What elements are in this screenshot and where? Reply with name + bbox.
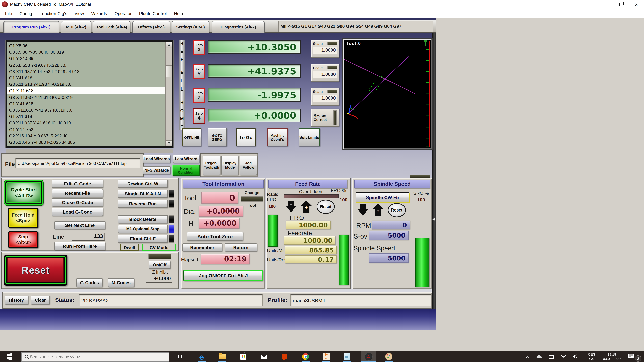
keyboard-language[interactable]: CESCS — [586, 352, 597, 361]
spindle-speed-field[interactable]: 5000 — [369, 253, 408, 263]
a-axis-dro[interactable]: +0.0000 — [208, 109, 300, 122]
reverse-run-button[interactable]: Reverse Run — [118, 200, 168, 208]
normal-condition-button[interactable]: Normal Condition — [172, 165, 200, 176]
run-from-here-button[interactable]: Run From Here — [54, 242, 105, 250]
clear-button[interactable]: Clear — [31, 296, 50, 304]
feed-hold-button[interactable]: Feed Hold<Spc> — [8, 208, 38, 228]
last-wizard-button[interactable]: Last Wizard — [173, 155, 199, 163]
tab-tool-path-alt-4-[interactable]: Tool Path (Alt-4) — [93, 21, 130, 32]
menu-plugin-control[interactable]: PlugIn Control — [135, 9, 170, 18]
restore-button[interactable] — [613, 0, 628, 9]
display-mode-button[interactable]: Display Mode — [221, 156, 238, 175]
gcode-line[interactable]: G1 Y-14.752 — [8, 126, 165, 133]
x-scale-value[interactable]: +1.0000 — [313, 46, 338, 54]
close-gcode-button[interactable]: Close G-Code — [52, 198, 103, 206]
menu-help[interactable]: Help — [170, 9, 187, 18]
zero-x-button[interactable]: ZeroX — [193, 40, 205, 55]
x-axis-dro[interactable]: +10.3050 — [208, 40, 300, 54]
tray-chevron-icon[interactable] — [525, 355, 529, 361]
load-gcode-button[interactable]: Load G-Code — [52, 208, 103, 216]
z-scale-box[interactable]: Scale +1.0000 — [311, 88, 340, 106]
zero-y-button[interactable]: ZeroY — [193, 64, 205, 79]
y-scale-value[interactable]: +1.0000 — [313, 71, 338, 78]
battery-icon[interactable] — [549, 354, 555, 360]
history-button[interactable]: History — [5, 296, 28, 304]
task-view-icon[interactable] — [176, 352, 184, 361]
stop-button[interactable]: Stop<Alt-S> — [8, 231, 38, 248]
taskbar-search[interactable] — [22, 352, 169, 362]
menu-config[interactable]: Config — [16, 9, 36, 18]
offline-button[interactable]: OFFLINE — [182, 128, 201, 146]
scroll-down-icon[interactable]: ▼ — [166, 140, 172, 146]
rewind-button[interactable]: Rewind Ctrl-W — [118, 180, 168, 188]
tab-settings-alt-6-[interactable]: Settings (Alt-6) — [172, 21, 209, 32]
close-button[interactable]: × — [628, 0, 644, 9]
dwell-toggle[interactable]: Dwell — [120, 244, 139, 251]
tab-program-run-alt-1-[interactable]: Program Run (Alt-1) — [3, 21, 59, 32]
gcode-line[interactable]: G1 Y-24.589 — [8, 55, 165, 62]
menu-file[interactable]: File — [1, 9, 16, 18]
gcode-line[interactable]: G3 X11.937 Y-14.752 I-2.049 J4.918 — [8, 68, 165, 75]
z-scale-value[interactable]: +1.0000 — [313, 94, 338, 102]
m-codes-button[interactable]: M-Codes — [108, 278, 134, 287]
fro-reset-button[interactable]: Reset — [317, 200, 335, 214]
chrome-icon[interactable] — [301, 352, 310, 361]
wifi-icon[interactable] — [561, 354, 566, 360]
volume-icon[interactable] — [572, 354, 578, 360]
auto-tool-zero-button[interactable]: Auto Tool Zero — [187, 232, 243, 241]
block-delete-button[interactable]: Block Delete — [118, 215, 168, 223]
tab-diagnostics-alt-7-[interactable]: Diagnostics (Alt-7) — [212, 21, 265, 32]
zero-4-button[interactable]: Zero4 — [193, 109, 205, 123]
goto-zero-button[interactable]: GOTO ZERO — [208, 128, 227, 146]
spindle-reset-button[interactable]: Reset — [388, 203, 406, 217]
menu-function-cfg-s[interactable]: Function Cfg's — [36, 9, 71, 18]
m1-optional-stop-button[interactable]: M1 Optional Stop — [118, 225, 168, 233]
tool-diameter-field[interactable]: +0.0000 — [198, 206, 243, 217]
gcode-line[interactable]: G1 X11.618 — [8, 113, 165, 120]
gcode-line[interactable]: G3 X-11.937 Y41.618 I0. J-0.319 — [8, 94, 165, 100]
single-blk-button[interactable]: Single BLK Alt-N — [118, 190, 168, 198]
gcode-line[interactable]: G3 X-11.618 Y-41.937 I0.319 J0. — [8, 107, 165, 113]
office-icon[interactable] — [280, 352, 289, 361]
nfs-wizards-button[interactable]: NFS Wizards — [143, 166, 170, 174]
jog-follow-button[interactable]: Jog Follow — [240, 156, 257, 175]
clock[interactable]: 19:1803.01.2020 — [600, 352, 624, 361]
on-off-button[interactable]: On/Off — [149, 261, 170, 269]
z-axis-dro[interactable]: -1.9975 — [208, 88, 300, 102]
radius-correct-button[interactable]: Radius Correct — [311, 109, 340, 127]
gcode-line[interactable]: G3 X11.618 Y41.937 I-0.319 J0. — [8, 81, 165, 87]
menu-operator[interactable]: Operator — [111, 9, 135, 18]
gcode-line[interactable]: G2 X8.658 Y-19.67 I5.328 J0. — [8, 62, 165, 68]
line-number-field[interactable]: 133 — [72, 233, 105, 241]
scroll-up-icon[interactable]: ▲ — [166, 42, 172, 48]
fusion360-icon[interactable]: F360 — [322, 352, 331, 361]
menu-view[interactable]: View — [71, 9, 88, 18]
onedrive-icon[interactable] — [536, 354, 542, 360]
zero-z-button[interactable]: ZeroZ — [193, 88, 205, 103]
search-input[interactable] — [29, 354, 158, 360]
cv-mode-toggle[interactable]: CV Mode — [142, 244, 176, 251]
tab-offsets-alt-5-[interactable]: Offsets (Alt-5) — [132, 21, 170, 32]
file-path-field[interactable]: C:\Users\paten\AppData\Local\Fusion 360 … — [16, 158, 140, 168]
gcode-line[interactable]: G2 X15.194 Y-9.867 I5.292 J0. — [8, 133, 165, 139]
cycle-start-button[interactable]: Cycle Start<Alt-R> — [5, 181, 42, 204]
tool-height-field[interactable]: +0.0000 — [198, 218, 240, 229]
gcode-line[interactable]: G3 X11.937 Y-41.618 I0. J0.319 — [8, 120, 165, 126]
ref-all-home-button[interactable]: REFALLHOME — [179, 40, 185, 130]
tool-number-field[interactable]: 0 — [201, 192, 238, 204]
jog-onoff-button[interactable]: Jog ON/OFF Ctrl-Alt-J — [184, 270, 263, 281]
gcode-line[interactable]: G1 X5.06 — [8, 42, 165, 49]
flood-button[interactable]: Flood Ctrl-F — [118, 235, 168, 243]
z-inhibit-value[interactable]: +0.000 — [146, 275, 172, 283]
gcode-hscrollbar[interactable] — [6, 149, 174, 153]
menu-wizards[interactable]: Wizards — [88, 9, 111, 18]
tab-mdi-alt-2-[interactable]: MDI (Alt-2) — [61, 21, 91, 32]
machine-coords-button[interactable]: Machine Coord's — [267, 128, 288, 146]
change-tool-led[interactable] — [241, 196, 263, 202]
paint-icon[interactable] — [384, 352, 393, 361]
file-explorer-icon[interactable] — [218, 352, 227, 361]
set-next-line-button[interactable]: Set Next Line — [54, 221, 105, 229]
notepad-icon[interactable] — [343, 352, 352, 361]
toolpath-display[interactable]: Tool:0 — [343, 38, 432, 149]
gcode-line[interactable]: G1 Y-41.618 — [8, 100, 165, 107]
